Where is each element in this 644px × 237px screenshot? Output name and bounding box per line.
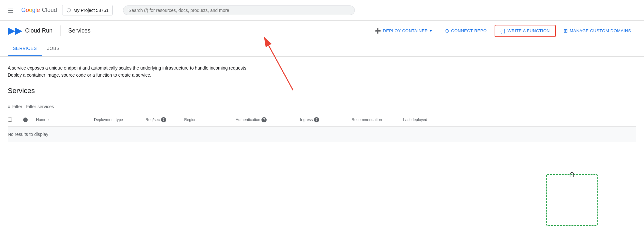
hamburger-menu-icon[interactable]: ☰ [5, 4, 16, 17]
header-authentication: Authentication ? [236, 117, 300, 122]
authentication-label: Authentication [236, 118, 260, 122]
toolbar-actions: ➕ DEPLOY CONTAINER ▾ ⊙ CONNECT REPO {·} … [369, 25, 636, 37]
header-status [23, 118, 36, 122]
write-function-button[interactable]: {·} WRITE A FUNCTION [495, 25, 556, 37]
recommendation-label: Recommendation [352, 118, 382, 122]
header-req-sec: Req/sec ? [146, 117, 184, 122]
project-selector[interactable]: ⬡ My Project 58761 [62, 5, 113, 15]
project-icon: ⬡ [66, 7, 71, 13]
google-cloud-logo: Google Cloud [21, 7, 57, 14]
write-function-label: WRITE A FUNCTION [507, 28, 550, 33]
ingress-help-icon[interactable]: ? [314, 117, 319, 122]
dropdown-arrow-icon: ▾ [430, 29, 432, 33]
header-ingress: Ingress ? [300, 117, 352, 122]
filter-button[interactable]: ≡ Filter [8, 104, 22, 109]
filter-placeholder[interactable]: Filter services [26, 104, 54, 109]
manage-domains-icon: ⊞ [564, 28, 568, 34]
header-last-deployed: Last deployed [403, 118, 455, 122]
connect-repo-icon: ⊙ [445, 28, 450, 34]
filter-row: ≡ Filter Filter services [8, 100, 636, 113]
page-title: Services [68, 27, 90, 34]
manage-custom-domains-button[interactable]: ⊞ MANAGE CUSTOM DOMAINS [558, 25, 636, 36]
arch-symbol: ∩ [569, 169, 575, 179]
header-deployment-type: Deployment type [94, 118, 146, 122]
header-region: Region [184, 118, 236, 122]
filter-icon: ≡ [8, 104, 10, 109]
name-column-label: Name [36, 118, 46, 122]
brand-title: Cloud Run [25, 27, 52, 34]
brand-section: ▶▶ Cloud Run [8, 25, 61, 36]
tab-jobs[interactable]: JOBS [42, 41, 65, 56]
search-input[interactable] [128, 8, 349, 13]
description-line2: Deploy a container image, source code or… [8, 71, 636, 79]
header-recommendation: Recommendation [352, 118, 403, 122]
description-line1: A service exposes a unique endpoint and … [8, 64, 636, 71]
authentication-help-icon[interactable]: ? [261, 117, 267, 122]
no-results-row: No results to display [8, 127, 636, 142]
tabs-bar: SERVICES JOBS [0, 41, 644, 57]
annotation-area: ∩ [8, 148, 636, 232]
table-header: Name ↑ Deployment type Req/sec ? Region … [8, 113, 636, 127]
top-nav: ☰ Google Cloud ⬡ My Project 58761 [0, 0, 644, 21]
ingress-label: Ingress [300, 118, 313, 122]
sort-ascending-icon: ↑ [48, 118, 50, 122]
req-sec-help-icon[interactable]: ? [161, 117, 166, 122]
green-dashed-annotation-box: ∩ [546, 174, 598, 226]
google-text: Google [21, 7, 40, 14]
deploy-container-button[interactable]: ➕ DEPLOY CONTAINER ▾ [369, 25, 437, 36]
connect-repo-label: CONNECT REPO [451, 28, 487, 33]
deploy-container-label: DEPLOY CONTAINER [383, 28, 428, 33]
cloud-text: Cloud [42, 7, 57, 14]
secondary-toolbar: ▶▶ Cloud Run Services ➕ DEPLOY CONTAINER… [0, 21, 644, 41]
deployment-type-label: Deployment type [94, 118, 123, 122]
select-all-checkbox[interactable] [8, 118, 12, 122]
no-results-text: No results to display [8, 132, 48, 137]
filter-label: Filter [12, 104, 22, 109]
header-name[interactable]: Name ↑ [36, 118, 94, 122]
write-function-icon: {·} [500, 28, 506, 34]
region-label: Region [184, 118, 196, 122]
description: A service exposes a unique endpoint and … [8, 64, 636, 79]
search-bar[interactable] [123, 5, 355, 15]
connect-repo-button[interactable]: ⊙ CONNECT REPO [440, 25, 492, 36]
deploy-container-icon: ➕ [374, 28, 381, 34]
main-content: A service exposes a unique endpoint and … [0, 57, 644, 232]
services-section-title: Services [8, 87, 636, 95]
req-sec-label: Req/sec [146, 118, 160, 122]
project-label: My Project 58761 [73, 8, 109, 13]
cloud-run-icon: ▶▶ [8, 25, 22, 36]
status-dot-icon [23, 118, 28, 122]
last-deployed-label: Last deployed [403, 118, 427, 122]
manage-custom-domains-label: MANAGE CUSTOM DOMAINS [570, 28, 631, 33]
tab-services[interactable]: SERVICES [8, 41, 42, 56]
header-checkbox[interactable] [8, 118, 23, 122]
